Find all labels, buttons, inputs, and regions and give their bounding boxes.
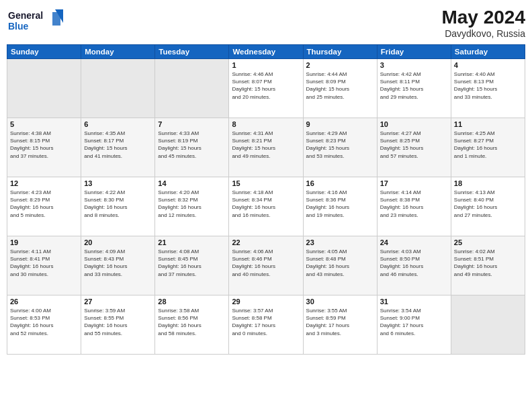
day-number: 17 — [380, 179, 448, 187]
title-block: May 2024 Davydkovo, Russia — [441, 7, 525, 39]
calendar-cell: 15Sunrise: 4:18 AMSunset: 8:34 PMDayligh… — [229, 177, 303, 236]
calendar-header-row: Sunday Monday Tuesday Wednesday Thursday… — [7, 45, 525, 59]
day-info: Sunrise: 4:40 AMSunset: 8:13 PMDaylight:… — [454, 71, 522, 101]
day-number: 10 — [380, 120, 448, 128]
calendar-cell: 31Sunrise: 3:54 AMSunset: 9:00 PMDayligh… — [377, 295, 451, 355]
calendar-cell: 6Sunrise: 4:35 AMSunset: 8:17 PMDaylight… — [81, 118, 155, 177]
calendar-cell: 4Sunrise: 4:40 AMSunset: 8:13 PMDaylight… — [451, 59, 525, 118]
calendar-cell: 21Sunrise: 4:08 AMSunset: 8:45 PMDayligh… — [155, 236, 229, 295]
calendar: Sunday Monday Tuesday Wednesday Thursday… — [7, 44, 525, 355]
day-number: 11 — [454, 120, 522, 128]
day-info: Sunrise: 4:38 AMSunset: 8:15 PMDaylight:… — [10, 130, 78, 160]
calendar-week-1: 1Sunrise: 4:46 AMSunset: 8:07 PMDaylight… — [7, 59, 525, 118]
day-info: Sunrise: 4:18 AMSunset: 8:34 PMDaylight:… — [232, 189, 300, 219]
day-info: Sunrise: 4:35 AMSunset: 8:17 PMDaylight:… — [84, 130, 152, 160]
calendar-cell: 25Sunrise: 4:02 AMSunset: 8:51 PMDayligh… — [451, 236, 525, 295]
calendar-cell: 12Sunrise: 4:23 AMSunset: 8:29 PMDayligh… — [7, 177, 81, 236]
day-number: 23 — [306, 238, 374, 246]
page: General Blue May 2024 Davydkovo, Russia … — [0, 0, 532, 411]
calendar-cell: 14Sunrise: 4:20 AMSunset: 8:32 PMDayligh… — [155, 177, 229, 236]
col-tuesday: Tuesday — [155, 45, 229, 59]
calendar-cell: 28Sunrise: 3:58 AMSunset: 8:56 PMDayligh… — [155, 295, 229, 355]
day-number: 30 — [306, 298, 374, 306]
calendar-cell: 11Sunrise: 4:25 AMSunset: 8:27 PMDayligh… — [451, 118, 525, 177]
col-wednesday: Wednesday — [229, 45, 303, 59]
day-info: Sunrise: 4:13 AMSunset: 8:40 PMDaylight:… — [454, 189, 522, 219]
calendar-cell: 24Sunrise: 4:03 AMSunset: 8:50 PMDayligh… — [377, 236, 451, 295]
month-year: May 2024 — [441, 7, 525, 28]
header: General Blue May 2024 Davydkovo, Russia — [7, 7, 525, 39]
col-thursday: Thursday — [303, 45, 377, 59]
day-number: 22 — [232, 238, 300, 246]
day-info: Sunrise: 4:14 AMSunset: 8:38 PMDaylight:… — [380, 189, 448, 219]
day-number: 15 — [232, 179, 300, 187]
logo: General Blue — [7, 7, 67, 36]
day-info: Sunrise: 4:02 AMSunset: 8:51 PMDaylight:… — [454, 248, 522, 278]
day-info: Sunrise: 4:03 AMSunset: 8:50 PMDaylight:… — [380, 248, 448, 278]
day-number: 12 — [10, 179, 78, 187]
day-number: 13 — [84, 179, 152, 187]
calendar-cell — [155, 59, 229, 118]
day-info: Sunrise: 4:00 AMSunset: 8:53 PMDaylight:… — [10, 307, 78, 337]
day-info: Sunrise: 4:27 AMSunset: 8:25 PMDaylight:… — [380, 130, 448, 160]
calendar-cell: 10Sunrise: 4:27 AMSunset: 8:25 PMDayligh… — [377, 118, 451, 177]
day-info: Sunrise: 4:05 AMSunset: 8:48 PMDaylight:… — [306, 248, 374, 278]
day-number: 29 — [232, 298, 300, 306]
day-number: 4 — [454, 61, 522, 69]
calendar-week-3: 12Sunrise: 4:23 AMSunset: 8:29 PMDayligh… — [7, 177, 525, 236]
day-number: 1 — [232, 61, 300, 69]
col-friday: Friday — [377, 45, 451, 59]
day-number: 20 — [84, 238, 152, 246]
day-info: Sunrise: 4:11 AMSunset: 8:41 PMDaylight:… — [10, 248, 78, 278]
day-number: 3 — [380, 61, 448, 69]
calendar-cell: 26Sunrise: 4:00 AMSunset: 8:53 PMDayligh… — [7, 295, 81, 355]
day-info: Sunrise: 4:20 AMSunset: 8:32 PMDaylight:… — [158, 189, 226, 219]
day-info: Sunrise: 4:23 AMSunset: 8:29 PMDaylight:… — [10, 189, 78, 219]
calendar-cell: 27Sunrise: 3:59 AMSunset: 8:55 PMDayligh… — [81, 295, 155, 355]
logo-icon: General Blue — [7, 7, 67, 34]
day-info: Sunrise: 4:16 AMSunset: 8:36 PMDaylight:… — [306, 189, 374, 219]
day-info: Sunrise: 4:09 AMSunset: 8:43 PMDaylight:… — [84, 248, 152, 278]
location: Davydkovo, Russia — [441, 28, 525, 39]
day-number: 8 — [232, 120, 300, 128]
day-number: 31 — [380, 298, 448, 306]
day-number: 14 — [158, 179, 226, 187]
day-number: 6 — [84, 120, 152, 128]
col-sunday: Sunday — [7, 45, 81, 59]
calendar-cell: 16Sunrise: 4:16 AMSunset: 8:36 PMDayligh… — [303, 177, 377, 236]
calendar-cell — [81, 59, 155, 118]
day-info: Sunrise: 3:58 AMSunset: 8:56 PMDaylight:… — [158, 307, 226, 337]
day-info: Sunrise: 4:25 AMSunset: 8:27 PMDaylight:… — [454, 130, 522, 160]
calendar-week-5: 26Sunrise: 4:00 AMSunset: 8:53 PMDayligh… — [7, 295, 525, 355]
day-info: Sunrise: 4:06 AMSunset: 8:46 PMDaylight:… — [232, 248, 300, 278]
day-info: Sunrise: 4:46 AMSunset: 8:07 PMDaylight:… — [232, 71, 300, 101]
calendar-cell — [451, 295, 525, 355]
calendar-cell: 8Sunrise: 4:31 AMSunset: 8:21 PMDaylight… — [229, 118, 303, 177]
calendar-cell: 23Sunrise: 4:05 AMSunset: 8:48 PMDayligh… — [303, 236, 377, 295]
calendar-cell: 1Sunrise: 4:46 AMSunset: 8:07 PMDaylight… — [229, 59, 303, 118]
day-info: Sunrise: 4:08 AMSunset: 8:45 PMDaylight:… — [158, 248, 226, 278]
calendar-cell: 17Sunrise: 4:14 AMSunset: 8:38 PMDayligh… — [377, 177, 451, 236]
calendar-week-2: 5Sunrise: 4:38 AMSunset: 8:15 PMDaylight… — [7, 118, 525, 177]
day-info: Sunrise: 3:55 AMSunset: 8:59 PMDaylight:… — [306, 307, 374, 337]
calendar-week-4: 19Sunrise: 4:11 AMSunset: 8:41 PMDayligh… — [7, 236, 525, 295]
day-number: 2 — [306, 61, 374, 69]
day-number: 16 — [306, 179, 374, 187]
calendar-cell: 2Sunrise: 4:44 AMSunset: 8:09 PMDaylight… — [303, 59, 377, 118]
calendar-cell: 22Sunrise: 4:06 AMSunset: 8:46 PMDayligh… — [229, 236, 303, 295]
day-info: Sunrise: 4:29 AMSunset: 8:23 PMDaylight:… — [306, 130, 374, 160]
calendar-cell: 18Sunrise: 4:13 AMSunset: 8:40 PMDayligh… — [451, 177, 525, 236]
day-number: 5 — [10, 120, 78, 128]
calendar-cell: 29Sunrise: 3:57 AMSunset: 8:58 PMDayligh… — [229, 295, 303, 355]
day-info: Sunrise: 4:22 AMSunset: 8:30 PMDaylight:… — [84, 189, 152, 219]
calendar-cell: 19Sunrise: 4:11 AMSunset: 8:41 PMDayligh… — [7, 236, 81, 295]
calendar-cell: 9Sunrise: 4:29 AMSunset: 8:23 PMDaylight… — [303, 118, 377, 177]
svg-text:Blue: Blue — [8, 21, 29, 32]
col-monday: Monday — [81, 45, 155, 59]
day-info: Sunrise: 4:31 AMSunset: 8:21 PMDaylight:… — [232, 130, 300, 160]
calendar-cell: 30Sunrise: 3:55 AMSunset: 8:59 PMDayligh… — [303, 295, 377, 355]
col-saturday: Saturday — [451, 45, 525, 59]
day-number: 27 — [84, 298, 152, 306]
calendar-cell — [7, 59, 81, 118]
day-info: Sunrise: 3:54 AMSunset: 9:00 PMDaylight:… — [380, 307, 448, 337]
